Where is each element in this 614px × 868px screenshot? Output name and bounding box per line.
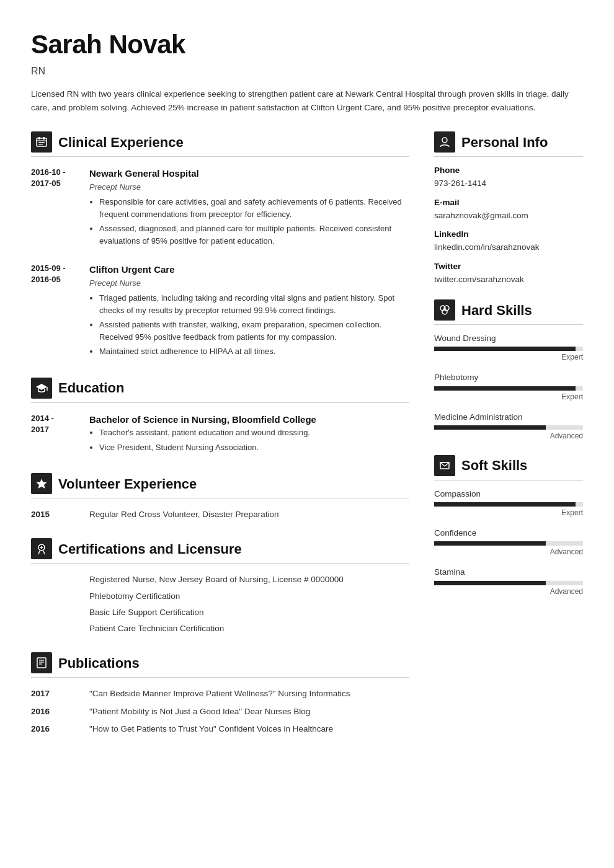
clinical-experience-title: Clinical Experience [58,132,184,153]
volunteer-year-0: 2015 [31,508,81,521]
hard-skills-icon [434,299,455,321]
experience-entry-1: 2015-09 - 2016-05 Clifton Urgent Care Pr… [31,263,409,360]
pub-year-0: 2017 [31,688,81,700]
hard-skill-1: Phlebotomy Expert [434,371,583,402]
hard-skill-fill-1 [434,386,576,391]
pub-desc-2: "How to Get Patients to Trust You" Confi… [89,723,333,735]
publication-entry-0: 2017 "Can Bedside Manner Improve Patient… [31,688,409,700]
svg-rect-2 [43,137,45,140]
soft-skills-header: Soft Skills [434,455,583,480]
hard-skill-bar-2 [434,425,583,430]
soft-skill-0: Compassion Expert [434,488,583,518]
volunteer-title: Volunteer Experience [58,474,197,494]
hard-skill-level-2: Advanced [434,430,583,441]
soft-skill-fill-0 [434,502,576,507]
right-column: Personal Info Phone 973-261-1414 E-mail … [434,131,583,753]
hard-skills-header: Hard Skills [434,299,583,325]
soft-skills-icon [434,455,455,476]
soft-skill-2: Stamina Advanced [434,566,583,596]
candidate-summary: Licensed RN with two years clinical expe… [31,87,583,114]
bullet: Teacher's assistant, patient education a… [99,427,409,439]
candidate-title: RN [31,64,583,79]
cert-item-1: Phlebotomy Certification [89,590,409,603]
svg-rect-4 [38,142,45,143]
soft-skill-name-1: Confidence [434,527,583,539]
publications-section: Publications 2017 "Can Bedside Manner Im… [31,652,409,735]
volunteer-entry-0: 2015 Regular Red Cross Volunteer, Disast… [31,508,409,521]
soft-skills-section: Soft Skills Compassion Expert Confidence… [434,455,583,597]
education-degree-0: Bachelor of Science in Nursing, Bloomfie… [89,413,409,427]
cert-item-3: Patient Care Technician Certification [89,622,409,635]
soft-skill-name-2: Stamina [434,566,583,578]
education-date-0: 2014 - 2017 [31,413,81,456]
svg-rect-1 [38,137,40,140]
hard-skills-section: Hard Skills Wound Dressing Expert Phlebo… [434,299,583,441]
soft-skill-level-0: Expert [434,507,583,518]
personal-email: E-mail sarahznovak@gmail.com [434,197,583,223]
soft-skill-bar-0 [434,502,583,507]
experience-bullets-0: Responsible for care activities, goal an… [89,196,409,247]
volunteer-header: Volunteer Experience [31,473,409,498]
main-layout: Clinical Experience 2016-10 - 2017-05 Ne… [31,131,583,753]
personal-info-title: Personal Info [461,132,548,153]
candidate-name: Sarah Novak [31,25,583,64]
personal-phone: Phone 973-261-1414 [434,164,583,190]
publications-title: Publications [58,653,140,673]
pub-year-2: 2016 [31,723,81,735]
hard-skill-2: Medicine Administration Advanced [434,411,583,441]
experience-date-1: 2015-09 - 2016-05 [31,263,81,360]
volunteer-icon [31,473,52,494]
certifications-list: Registered Nurse, New Jersey Board of Nu… [31,574,409,635]
hard-skill-name-2: Medicine Administration [434,411,583,423]
svg-marker-23 [440,463,449,466]
personal-twitter: Twitter twitter.com/sarahznovak [434,260,583,286]
soft-skill-fill-1 [434,541,546,546]
pub-desc-1: "Patient Mobility is Not Just a Good Ide… [89,706,310,718]
experience-role-0: Precept Nurse [89,181,409,193]
certifications-section: Certifications and Licensure Registered … [31,538,409,635]
hard-skill-level-1: Expert [434,391,583,402]
hard-skill-bar-0 [434,347,583,351]
soft-skill-fill-2 [434,581,546,585]
experience-employer-1: Clifton Urgent Care [89,263,409,277]
soft-skill-bar-2 [434,581,583,585]
soft-skill-name-0: Compassion [434,488,583,500]
hard-skill-0: Wound Dressing Expert [434,332,583,363]
hard-skill-level-0: Expert [434,352,583,363]
soft-skill-1: Confidence Advanced [434,527,583,557]
publication-entry-2: 2016 "How to Get Patients to Trust You" … [31,723,409,735]
education-icon [31,378,52,399]
svg-line-10 [38,551,40,555]
soft-skill-level-1: Advanced [434,546,583,557]
education-bullets-0: Teacher's assistant, patient education a… [89,427,409,453]
publication-entry-1: 2016 "Patient Mobility is Not Just a Goo… [31,706,409,718]
certifications-header: Certifications and Licensure [31,538,409,564]
hard-skill-fill-2 [434,425,546,430]
hard-skill-bar-1 [434,386,583,391]
bullet: Vice President, Student Nursing Associat… [99,441,409,454]
svg-line-11 [43,551,45,555]
volunteer-desc-0: Regular Red Cross Volunteer, Disaster Pr… [89,508,278,521]
soft-skill-bar-1 [434,541,583,546]
education-body-0: Bachelor of Science in Nursing, Bloomfie… [89,413,409,456]
svg-rect-5 [38,144,43,144]
hard-skill-fill-0 [434,347,576,351]
left-column: Clinical Experience 2016-10 - 2017-05 Ne… [31,131,409,753]
bullet: Assessed, diagnosed, and planned care fo… [99,223,409,247]
bullet: Maintained strict adherence to HIPAA at … [99,345,409,358]
experience-employer-0: Newark General Hospital [89,167,409,181]
education-header: Education [31,378,409,403]
pub-year-1: 2016 [31,706,81,718]
education-title: Education [58,378,124,398]
clinical-experience-header: Clinical Experience [31,131,409,157]
experience-body-1: Clifton Urgent Care Precept Nurse Triage… [89,263,409,360]
experience-date-0: 2016-10 - 2017-05 [31,167,81,249]
experience-entry-0: 2016-10 - 2017-05 Newark General Hospita… [31,167,409,249]
cert-item-0: Registered Nurse, New Jersey Board of Nu… [89,574,409,586]
personal-info-section: Personal Info Phone 973-261-1414 E-mail … [434,131,583,286]
personal-info-icon [434,131,455,153]
hard-skill-name-1: Phlebotomy [434,371,583,384]
publications-icon [31,652,52,673]
bullet: Assisted patients with transfer, walking… [99,319,409,343]
certifications-icon [31,538,52,559]
